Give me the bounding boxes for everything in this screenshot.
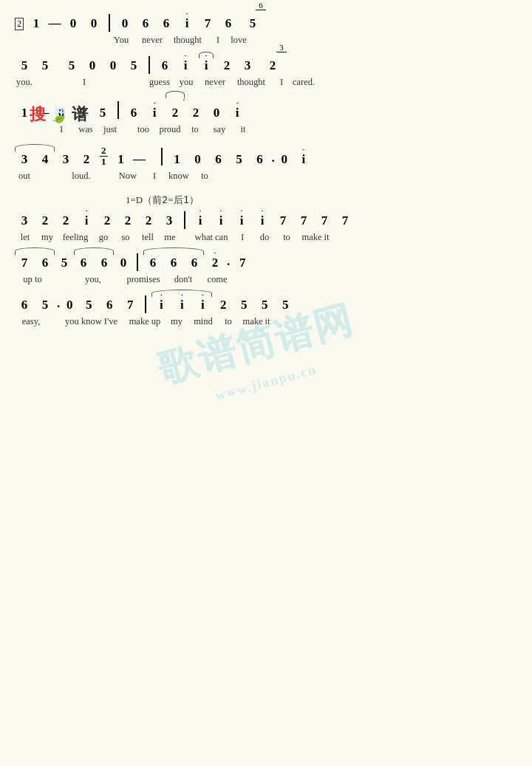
note: 5 — [35, 297, 55, 313]
note: · i — [191, 213, 210, 229]
note: · i — [253, 213, 272, 229]
note: 0 — [84, 16, 103, 32]
lyric-cell: you know I've — [65, 316, 117, 327]
note: 5 — [276, 297, 295, 313]
lyric-cell: to — [218, 316, 239, 327]
lyric-cell: tell — [137, 232, 158, 243]
note: 7 — [273, 213, 293, 229]
note: 6 — [95, 255, 114, 271]
note: 7 — [315, 213, 334, 229]
row-2: 5 5 5 0 0 5 6 · i · i 2 3 — [15, 53, 517, 91]
note: 3 — [56, 151, 75, 168]
note: 6 — [100, 297, 119, 313]
note: 6 — [164, 255, 183, 271]
note: 6 — [74, 255, 93, 271]
lyric-cell: mind — [190, 316, 216, 327]
key-change-label: 1=D（前2̇=后1̇） — [15, 189, 517, 208]
note: · i — [151, 297, 171, 313]
note: 6 — [15, 297, 34, 313]
lyric-cell: make it — [299, 232, 332, 243]
lyric-cell: I — [50, 124, 72, 135]
note: 1 — [168, 151, 187, 168]
note: 6 — [155, 58, 174, 74]
key-change-text: 1=D（前2̇=后1̇） — [126, 194, 199, 205]
note: 5 — [56, 255, 72, 271]
note: 7 — [120, 297, 140, 313]
logo-area: 搜 🍃 谱 — [30, 103, 88, 126]
lyric-cell: was — [74, 124, 98, 135]
lyric-cell: never — [200, 77, 231, 88]
note: 6 — [124, 105, 143, 121]
note: 6 — [136, 16, 155, 32]
note: 3 — [15, 151, 34, 168]
lyric-cell: me — [160, 232, 180, 243]
note: 2 — [98, 213, 117, 229]
note: · i — [232, 213, 251, 229]
watermark-url: www.jianpu.cn — [214, 361, 318, 403]
note: 2 — [35, 213, 55, 229]
lyrics-row-5: let my feeling go so tell me what can I … — [15, 232, 517, 246]
logo-text-sou: 搜 — [30, 103, 46, 126]
note: 2 — [139, 213, 158, 229]
lyric-cell: never — [137, 35, 167, 46]
lyric-cell: cared. — [293, 77, 315, 88]
note: 5 — [93, 105, 112, 121]
lyric-cell: my — [165, 316, 188, 327]
lyric-cell: let — [15, 232, 35, 243]
lyric-cell: out — [15, 171, 34, 182]
notes-row-2: 5 5 5 0 0 5 6 · i · i 2 3 — [15, 53, 517, 77]
lyric-cell: my — [37, 232, 58, 243]
note: 7 — [294, 213, 313, 229]
note: 6 — [157, 16, 176, 32]
lyrics-row-6: up to you, promises don't come — [15, 274, 517, 288]
note: 5 — [234, 297, 253, 313]
note: · 2 — [166, 98, 185, 121]
note: 0 — [276, 151, 293, 168]
lyric-cell: do — [254, 232, 275, 243]
note: 5 — [62, 58, 81, 74]
lyric-cell: to — [194, 171, 216, 182]
note: 7 — [15, 255, 34, 271]
page: 歌谱简谱网 www.jianpu.cn 2 1 — 0 0 0 6 6 · — [0, 0, 532, 766]
lyrics-row-1: You never thought I love — [15, 35, 517, 49]
note: 2 — [77, 151, 96, 168]
lyric-cell: it — [232, 124, 254, 135]
row-6: 7 6 5 6 6 0 6 6 6 · — [15, 250, 517, 288]
bar-line — [137, 253, 138, 271]
lyric-cell: I — [72, 77, 96, 88]
lyric-cell: up to — [15, 274, 50, 285]
note: 7 — [198, 16, 217, 32]
lyric-cell: you, — [74, 274, 112, 285]
lyric-cell: know — [166, 171, 192, 182]
note: 6 — [185, 255, 204, 271]
note: 0 — [115, 255, 132, 271]
note: 2 — [56, 213, 75, 229]
lyric-cell: loud. — [59, 171, 103, 182]
lyric-cell: what can — [192, 232, 231, 243]
note: · i — [145, 105, 164, 121]
note: 0 — [188, 151, 208, 168]
lyrics-row-3: I was just too proud to say it — [15, 124, 517, 138]
bar-line — [149, 56, 150, 74]
lyrics-row-2: you. I guess you never thought I cared. — [15, 77, 517, 91]
lyric-cell: to — [276, 232, 297, 243]
notes-row-7: 6 5 . 0 5 6 7 · i · i · — [15, 293, 517, 316]
lyric-cell: thought — [232, 77, 270, 88]
note: — — [47, 16, 62, 32]
notes-row-6: 7 6 5 6 6 0 6 6 6 · — [15, 250, 517, 274]
note: 0 — [207, 105, 226, 121]
lyric-cell: guess — [146, 77, 173, 88]
lyric-cell: You — [106, 35, 136, 46]
lyric-cell: I — [272, 77, 291, 88]
lyric-cell: come — [201, 274, 233, 285]
lyric-cell: make it — [240, 316, 273, 327]
logo-text-pu: 谱 — [72, 103, 88, 126]
note: 5 — [230, 151, 249, 168]
note: 0 — [103, 58, 123, 74]
lyric-cell: thought — [168, 35, 207, 46]
notes-row-3: 1 — 0 5 5 6 · i · 2 2 0 — [15, 95, 517, 124]
lyric-cell: proud — [158, 124, 182, 135]
row-1: 2 1 — 0 0 0 6 6 · i 7 6 — [15, 11, 517, 49]
logo-leaf-icon: 🍃 — [49, 105, 69, 124]
lyric-cell: make up — [126, 316, 163, 327]
